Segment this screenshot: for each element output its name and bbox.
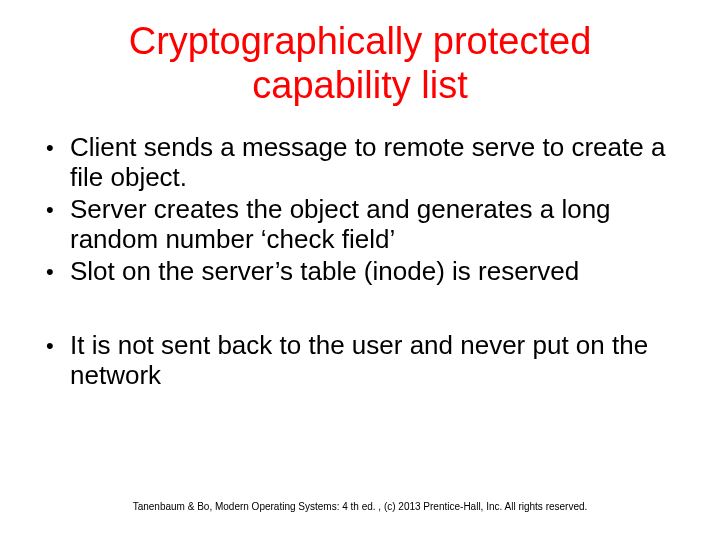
bullet-list-primary: Client sends a message to remote serve t… xyxy=(40,133,680,286)
spacer xyxy=(40,289,680,331)
list-item: Client sends a message to remote serve t… xyxy=(40,133,680,193)
slide-body: Client sends a message to remote serve t… xyxy=(40,133,680,390)
list-item: Slot on the server’s table (inode) is re… xyxy=(40,257,680,287)
footer-citation: Tanenbaum & Bo, Modern Operating Systems… xyxy=(0,501,720,512)
slide: Cryptographically protected capability l… xyxy=(0,0,720,540)
list-item: Server creates the object and generates … xyxy=(40,195,680,255)
bullet-list-secondary: It is not sent back to the user and neve… xyxy=(40,331,680,391)
list-item: It is not sent back to the user and neve… xyxy=(40,331,680,391)
slide-title: Cryptographically protected capability l… xyxy=(90,20,630,107)
